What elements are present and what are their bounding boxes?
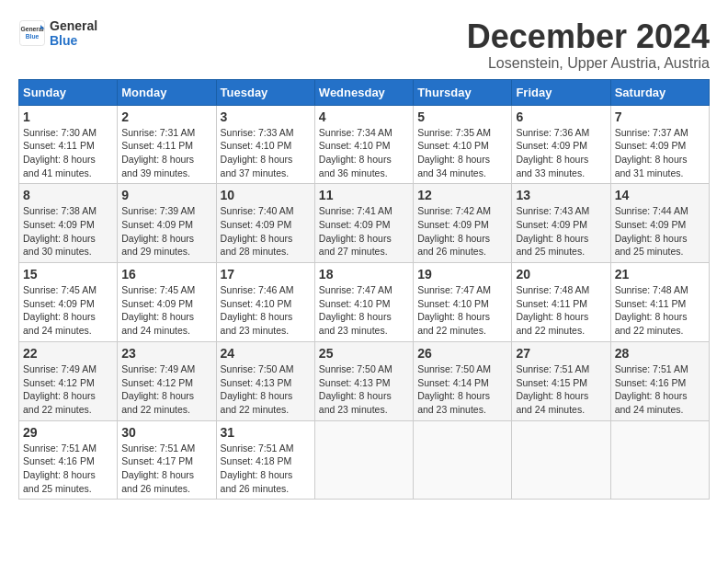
day-number: 14 — [615, 188, 705, 202]
day-info: Sunrise: 7:48 AM Sunset: 4:11 PM Dayligh… — [516, 283, 606, 338]
day-number: 3 — [221, 109, 311, 124]
location-title: Losenstein, Upper Austria, Austria — [467, 55, 710, 72]
day-cell: 8 Sunrise: 7:38 AM Sunset: 4:09 PM Dayli… — [19, 184, 118, 263]
day-cell — [610, 420, 709, 500]
day-info: Sunrise: 7:39 AM Sunset: 4:09 PM Dayligh… — [121, 204, 211, 259]
day-cell — [512, 420, 610, 500]
day-cell: 5 Sunrise: 7:35 AM Sunset: 4:10 PM Dayli… — [414, 105, 512, 184]
day-number: 27 — [516, 346, 606, 361]
calendar-header-row: Sunday Monday Tuesday Wednesday Thursday… — [19, 79, 710, 105]
week-row-5: 29 Sunrise: 7:51 AM Sunset: 4:16 PM Dayl… — [19, 420, 710, 500]
day-info: Sunrise: 7:51 AM Sunset: 4:17 PM Dayligh… — [121, 442, 211, 496]
day-cell: 17 Sunrise: 7:46 AM Sunset: 4:10 PM Dayl… — [216, 263, 314, 342]
day-number: 19 — [417, 267, 507, 282]
day-number: 21 — [615, 267, 705, 282]
day-cell: 15 Sunrise: 7:45 AM Sunset: 4:09 PM Dayl… — [19, 263, 118, 342]
col-monday: Monday — [118, 79, 216, 105]
col-friday: Friday — [512, 79, 610, 105]
day-cell: 6 Sunrise: 7:36 AM Sunset: 4:09 PM Dayli… — [512, 105, 610, 184]
logo-blue: Blue — [50, 33, 97, 48]
day-cell: 19 Sunrise: 7:47 AM Sunset: 4:10 PM Dayl… — [414, 263, 512, 342]
day-cell: 14 Sunrise: 7:44 AM Sunset: 4:09 PM Dayl… — [610, 184, 709, 263]
day-cell: 12 Sunrise: 7:42 AM Sunset: 4:09 PM Dayl… — [414, 184, 512, 263]
week-row-1: 1 Sunrise: 7:30 AM Sunset: 4:11 PM Dayli… — [19, 105, 710, 184]
day-cell: 31 Sunrise: 7:51 AM Sunset: 4:18 PM Dayl… — [216, 420, 314, 500]
day-cell: 23 Sunrise: 7:49 AM Sunset: 4:12 PM Dayl… — [118, 341, 216, 420]
day-cell: 21 Sunrise: 7:48 AM Sunset: 4:11 PM Dayl… — [610, 263, 709, 342]
day-number: 5 — [417, 109, 507, 124]
col-tuesday: Tuesday — [216, 79, 314, 105]
logo: General Blue General Blue — [18, 18, 97, 48]
svg-text:Blue: Blue — [26, 33, 40, 40]
day-number: 13 — [516, 188, 606, 202]
day-cell: 4 Sunrise: 7:34 AM Sunset: 4:10 PM Dayli… — [314, 105, 413, 184]
day-number: 15 — [23, 267, 113, 282]
day-number: 4 — [319, 109, 409, 124]
day-number: 10 — [221, 188, 311, 202]
col-thursday: Thursday — [414, 79, 512, 105]
calendar-table: Sunday Monday Tuesday Wednesday Thursday… — [18, 79, 710, 500]
day-number: 22 — [23, 346, 113, 361]
day-info: Sunrise: 7:51 AM Sunset: 4:15 PM Dayligh… — [516, 362, 606, 417]
day-info: Sunrise: 7:35 AM Sunset: 4:10 PM Dayligh… — [417, 126, 507, 180]
day-number: 23 — [121, 346, 211, 361]
day-info: Sunrise: 7:50 AM Sunset: 4:14 PM Dayligh… — [417, 362, 507, 417]
day-info: Sunrise: 7:50 AM Sunset: 4:13 PM Dayligh… — [319, 362, 409, 417]
day-cell: 24 Sunrise: 7:50 AM Sunset: 4:13 PM Dayl… — [216, 341, 314, 420]
day-info: Sunrise: 7:44 AM Sunset: 4:09 PM Dayligh… — [615, 204, 705, 259]
day-number: 30 — [121, 425, 211, 440]
logo-general: General — [50, 18, 97, 33]
day-cell: 25 Sunrise: 7:50 AM Sunset: 4:13 PM Dayl… — [314, 341, 413, 420]
day-cell: 2 Sunrise: 7:31 AM Sunset: 4:11 PM Dayli… — [118, 105, 216, 184]
day-number: 11 — [319, 188, 409, 202]
day-cell: 1 Sunrise: 7:30 AM Sunset: 4:11 PM Dayli… — [19, 105, 118, 184]
col-sunday: Sunday — [19, 79, 118, 105]
week-row-4: 22 Sunrise: 7:49 AM Sunset: 4:12 PM Dayl… — [19, 341, 710, 420]
day-info: Sunrise: 7:49 AM Sunset: 4:12 PM Dayligh… — [121, 362, 211, 417]
day-cell: 27 Sunrise: 7:51 AM Sunset: 4:15 PM Dayl… — [512, 341, 610, 420]
day-number: 28 — [615, 346, 705, 361]
day-cell: 10 Sunrise: 7:40 AM Sunset: 4:09 PM Dayl… — [216, 184, 314, 263]
day-info: Sunrise: 7:49 AM Sunset: 4:12 PM Dayligh… — [23, 362, 113, 417]
day-cell — [414, 420, 512, 500]
day-info: Sunrise: 7:33 AM Sunset: 4:10 PM Dayligh… — [221, 126, 311, 180]
day-info: Sunrise: 7:38 AM Sunset: 4:09 PM Dayligh… — [23, 204, 113, 259]
day-number: 2 — [121, 109, 211, 124]
day-info: Sunrise: 7:43 AM Sunset: 4:09 PM Dayligh… — [516, 204, 606, 259]
day-info: Sunrise: 7:42 AM Sunset: 4:09 PM Dayligh… — [417, 204, 507, 259]
week-row-3: 15 Sunrise: 7:45 AM Sunset: 4:09 PM Dayl… — [19, 263, 710, 342]
day-cell: 3 Sunrise: 7:33 AM Sunset: 4:10 PM Dayli… — [216, 105, 314, 184]
day-number: 7 — [615, 109, 705, 124]
day-info: Sunrise: 7:47 AM Sunset: 4:10 PM Dayligh… — [417, 283, 507, 338]
day-number: 9 — [121, 188, 211, 202]
day-cell: 29 Sunrise: 7:51 AM Sunset: 4:16 PM Dayl… — [19, 420, 118, 500]
day-info: Sunrise: 7:46 AM Sunset: 4:10 PM Dayligh… — [221, 283, 311, 338]
day-info: Sunrise: 7:48 AM Sunset: 4:11 PM Dayligh… — [615, 283, 705, 338]
day-number: 24 — [221, 346, 311, 361]
day-info: Sunrise: 7:34 AM Sunset: 4:10 PM Dayligh… — [319, 126, 409, 180]
day-cell: 20 Sunrise: 7:48 AM Sunset: 4:11 PM Dayl… — [512, 263, 610, 342]
day-number: 18 — [319, 267, 409, 282]
day-number: 17 — [221, 267, 311, 282]
day-info: Sunrise: 7:50 AM Sunset: 4:13 PM Dayligh… — [221, 362, 311, 417]
title-block: December 2024 Losenstein, Upper Austria,… — [467, 18, 710, 72]
day-info: Sunrise: 7:31 AM Sunset: 4:11 PM Dayligh… — [121, 126, 211, 180]
week-row-2: 8 Sunrise: 7:38 AM Sunset: 4:09 PM Dayli… — [19, 184, 710, 263]
day-number: 31 — [221, 425, 311, 440]
day-info: Sunrise: 7:45 AM Sunset: 4:09 PM Dayligh… — [121, 283, 211, 338]
day-cell — [314, 420, 413, 500]
day-info: Sunrise: 7:37 AM Sunset: 4:09 PM Dayligh… — [615, 126, 705, 180]
day-info: Sunrise: 7:47 AM Sunset: 4:10 PM Dayligh… — [319, 283, 409, 338]
day-cell: 22 Sunrise: 7:49 AM Sunset: 4:12 PM Dayl… — [19, 341, 118, 420]
day-number: 26 — [417, 346, 507, 361]
day-number: 6 — [516, 109, 606, 124]
logo-icon: General Blue — [18, 19, 46, 47]
day-info: Sunrise: 7:45 AM Sunset: 4:09 PM Dayligh… — [23, 283, 113, 338]
day-info: Sunrise: 7:36 AM Sunset: 4:09 PM Dayligh… — [516, 126, 606, 180]
page-header: General Blue General Blue December 2024 … — [18, 18, 710, 72]
col-saturday: Saturday — [610, 79, 709, 105]
day-info: Sunrise: 7:51 AM Sunset: 4:16 PM Dayligh… — [615, 362, 705, 417]
day-number: 20 — [516, 267, 606, 282]
day-cell: 18 Sunrise: 7:47 AM Sunset: 4:10 PM Dayl… — [314, 263, 413, 342]
day-cell: 9 Sunrise: 7:39 AM Sunset: 4:09 PM Dayli… — [118, 184, 216, 263]
